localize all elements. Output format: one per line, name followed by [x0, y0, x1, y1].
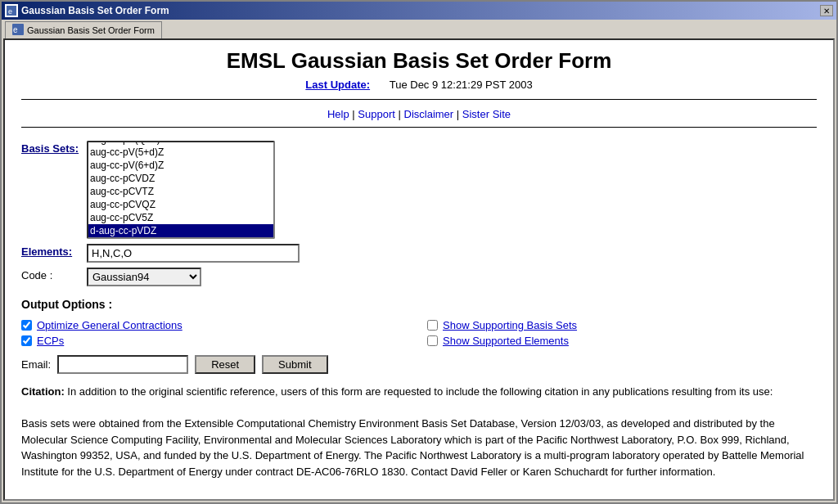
- nav-links: Help | Support | Disclaimer | Sister Sit…: [21, 108, 817, 128]
- basis-option-3: aug-cc-pV(6+d)Z: [88, 159, 273, 172]
- elements-label: Elements:: [21, 244, 87, 258]
- elements-input[interactable]: [87, 244, 300, 263]
- output-options-section: Output Options : Optimize General Contra…: [21, 298, 817, 374]
- show-supported-link[interactable]: Show Supported Elements: [443, 335, 569, 347]
- show-supporting-row: Show Supporting Basis Sets: [427, 319, 817, 331]
- basis-option-2: aug-cc-pV(5+d)Z: [88, 146, 273, 159]
- close-button[interactable]: ✕: [820, 5, 833, 16]
- basis-option-6: aug-cc-pCVQZ: [88, 198, 273, 211]
- email-label: Email:: [21, 358, 51, 371]
- window-title: Gaussian Basis Set Order Form: [21, 5, 169, 16]
- last-update-value: Tue Dec 9 12:21:29 PST 2003: [390, 79, 533, 91]
- nav-disclaimer[interactable]: Disclaimer: [404, 108, 454, 120]
- svg-text:e: e: [8, 7, 12, 16]
- tab-icon: e: [12, 24, 24, 37]
- show-supporting-link[interactable]: Show Supporting Basis Sets: [443, 319, 577, 331]
- basis-option-8: d-aug-cc-pVDZ: [88, 224, 273, 237]
- ecps-row: ECPs: [21, 335, 411, 347]
- basis-sets-label: Basis Sets:: [21, 141, 87, 155]
- citation-text: In addition to the original scientific r…: [65, 385, 773, 398]
- nav-sister-site[interactable]: Sister Site: [462, 108, 511, 120]
- action-row: Email: Reset Submit: [21, 355, 817, 374]
- code-select[interactable]: Gaussian94 Gaussian98 Gaussian03: [87, 268, 201, 286]
- code-row: Code : Gaussian94 Gaussian98 Gaussian03: [21, 268, 817, 286]
- show-supported-checkbox[interactable]: [427, 335, 438, 346]
- code-label: Code :: [21, 268, 87, 281]
- page-title: EMSL Gaussian Basis Set Order Form: [21, 48, 817, 74]
- optimize-contractions-checkbox[interactable]: [21, 320, 32, 331]
- ecps-link[interactable]: ECPs: [37, 335, 64, 347]
- reset-button[interactable]: Reset: [195, 355, 255, 374]
- last-update-label[interactable]: Last Update:: [305, 79, 370, 91]
- citation-section: Citation: In addition to the original sc…: [21, 384, 817, 479]
- divider-top: [21, 99, 817, 100]
- basis-option-7: aug-cc-pCV5Z: [88, 211, 273, 224]
- basis-option-4: aug-cc-pCVDZ: [88, 172, 273, 185]
- citation-first-para: Citation: In addition to the original sc…: [21, 384, 817, 400]
- content-area: EMSL Gaussian Basis Set Order Form Last …: [3, 38, 835, 501]
- elements-row: Elements:: [21, 244, 817, 263]
- show-supported-row: Show Supported Elements: [427, 335, 817, 347]
- options-grid: Optimize General Contractions Show Suppo…: [21, 319, 817, 347]
- output-options-title: Output Options :: [21, 298, 817, 311]
- ecps-checkbox[interactable]: [21, 335, 32, 346]
- basis-option-5: aug-cc-pCVTZ: [88, 185, 273, 198]
- nav-support[interactable]: Support: [358, 108, 395, 120]
- optimize-contractions-row: Optimize General Contractions: [21, 319, 411, 331]
- submit-button[interactable]: Submit: [262, 355, 327, 374]
- svg-text:e: e: [13, 25, 18, 34]
- optimize-contractions-link[interactable]: Optimize General Contractions: [37, 319, 182, 331]
- browser-tab[interactable]: e Gaussian Basis Set Order Form: [5, 21, 162, 38]
- basis-set-list[interactable]: aug-cc-pV(T+d)Z aug-cc-pV(Q+d)Z aug-cc-p…: [87, 141, 275, 239]
- tab-label: Gaussian Basis Set Order Form: [27, 25, 155, 35]
- window-icon: e: [5, 4, 18, 17]
- email-input[interactable]: [57, 355, 188, 374]
- basis-sets-row: Basis Sets: aug-cc-pV(T+d)Z aug-cc-pV(Q+…: [21, 141, 817, 239]
- show-supporting-checkbox[interactable]: [427, 320, 438, 331]
- citation-body: Basis sets were obtained from the Extens…: [21, 416, 817, 479]
- basis-set-container: aug-cc-pV(T+d)Z aug-cc-pV(Q+d)Z aug-cc-p…: [87, 141, 275, 239]
- citation-bold: Citation:: [21, 385, 65, 398]
- nav-help[interactable]: Help: [327, 108, 349, 120]
